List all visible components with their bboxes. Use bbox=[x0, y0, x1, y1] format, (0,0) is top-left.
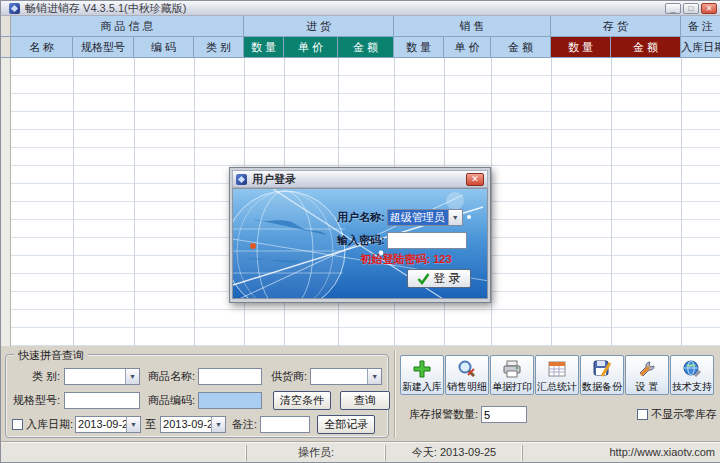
operator-status: 操作员: bbox=[247, 445, 386, 461]
close-button[interactable]: ✕ bbox=[701, 3, 717, 14]
tech-support-button[interactable]: 技术支持 bbox=[670, 355, 714, 395]
login-dialog-title: 用户登录 bbox=[252, 172, 296, 187]
app-icon bbox=[9, 3, 20, 14]
table-group-header: 商 品 信 息 进 货 销 售 存 货 备 注 bbox=[1, 16, 720, 37]
col-code[interactable]: 编 码 bbox=[134, 37, 194, 58]
toolbar: 新建入库 销售明细 单据打印 汇总统计 bbox=[400, 355, 714, 395]
group-remark[interactable]: 备 注 bbox=[681, 16, 720, 37]
col-sales-amount[interactable]: 金 额 bbox=[491, 37, 551, 58]
settings-button[interactable]: 设 置 bbox=[625, 355, 669, 395]
printer-icon bbox=[502, 357, 522, 381]
col-purchase-qty[interactable]: 数 量 bbox=[244, 37, 284, 58]
dialog-close-icon[interactable]: ✕ bbox=[466, 173, 484, 186]
password-row: 输入密码: bbox=[337, 232, 467, 249]
product-code-input[interactable] bbox=[198, 392, 262, 409]
wrench-icon bbox=[637, 357, 657, 381]
check-icon bbox=[417, 272, 430, 285]
row-selector-header bbox=[1, 16, 11, 37]
date-to-select[interactable]: 2013-09-25▼ bbox=[160, 416, 226, 433]
group-stock[interactable]: 存 货 bbox=[551, 16, 681, 37]
app-window: 畅销进销存 V4.3.5.1(中秋珍藏版) _ □ ✕ 商 品 信 息 进 货 … bbox=[0, 0, 720, 463]
login-dialog-body: 用户名称: 超级管理员 ▼ 输入密码: 初始登陆密码: 123 登 录 bbox=[232, 188, 488, 299]
product-name-label: 商品名称: bbox=[148, 369, 195, 384]
supplier-label: 供货商: bbox=[271, 369, 307, 384]
password-label: 输入密码: bbox=[337, 233, 385, 248]
col-stockin-date[interactable]: 入库日期 bbox=[681, 37, 720, 58]
query-button[interactable]: 查询 bbox=[340, 391, 390, 410]
minimize-button[interactable]: _ bbox=[665, 3, 681, 14]
chevron-down-icon[interactable]: ▼ bbox=[126, 417, 140, 432]
password-input[interactable] bbox=[387, 232, 467, 249]
login-button[interactable]: 登 录 bbox=[407, 269, 471, 288]
username-row: 用户名称: 超级管理员 ▼ bbox=[337, 209, 463, 226]
group-sales[interactable]: 销 售 bbox=[394, 16, 551, 37]
col-sales-price[interactable]: 单 价 bbox=[444, 37, 491, 58]
chevron-down-icon[interactable]: ▼ bbox=[125, 369, 139, 384]
product-code-label: 商品编码: bbox=[148, 393, 195, 408]
clear-conditions-button[interactable]: 清空条件 bbox=[273, 391, 331, 410]
group-product-info[interactable]: 商 品 信 息 bbox=[11, 16, 244, 37]
remark-label: 备注: bbox=[232, 417, 257, 432]
stock-alert-label: 库存报警数量: bbox=[409, 407, 478, 422]
col-spec[interactable]: 规格型号 bbox=[73, 37, 134, 58]
supplier-select[interactable]: ▼ bbox=[310, 368, 382, 385]
data-backup-button[interactable]: 数据备份 bbox=[580, 355, 624, 395]
hide-zero-stock-checkbox[interactable] bbox=[637, 409, 648, 420]
magnifier-icon bbox=[457, 357, 477, 381]
product-name-input[interactable] bbox=[198, 368, 262, 385]
col-category[interactable]: 类 别 bbox=[194, 37, 244, 58]
col-purchase-price[interactable]: 单 价 bbox=[284, 37, 338, 58]
stockin-date-label: 入库日期: bbox=[26, 417, 73, 432]
col-stock-amount[interactable]: 金 额 bbox=[611, 37, 681, 58]
all-records-button[interactable]: 全部记录 bbox=[317, 415, 375, 434]
chevron-down-icon[interactable]: ▼ bbox=[211, 417, 225, 432]
plus-icon bbox=[412, 357, 432, 381]
bottom-panel: 快速拼音查询 类 别: ▼ 商品名称: 供货商: ▼ 规格型号: 商品编码: 清… bbox=[1, 346, 720, 442]
stock-alert-row: 库存报警数量: 不显示零库存 bbox=[409, 406, 717, 423]
quick-query-groupbox: 快速拼音查询 类 别: ▼ 商品名称: 供货商: ▼ 规格型号: 商品编码: 清… bbox=[5, 354, 389, 438]
stockin-date-checkbox[interactable] bbox=[12, 419, 23, 430]
window-title: 畅销进销存 V4.3.5.1(中秋珍藏版) bbox=[25, 1, 186, 16]
row-selector-column bbox=[1, 58, 11, 346]
username-label: 用户名称: bbox=[337, 210, 385, 225]
stock-alert-input[interactable] bbox=[481, 406, 527, 423]
hide-zero-stock-label: 不显示零库存 bbox=[651, 407, 717, 422]
col-purchase-amount[interactable]: 金 额 bbox=[338, 37, 394, 58]
remark-input[interactable] bbox=[260, 416, 310, 433]
print-receipt-button[interactable]: 单据打印 bbox=[490, 355, 534, 395]
initial-password-hint: 初始登陆密码: 123 bbox=[233, 252, 488, 267]
table-column-header: 名 称 规格型号 编 码 类 别 数 量 单 价 金 额 数 量 单 价 金 额… bbox=[1, 37, 720, 58]
col-stock-qty[interactable]: 数 量 bbox=[551, 37, 611, 58]
spec-label: 规格型号: bbox=[12, 393, 60, 408]
date-from-select[interactable]: 2013-09-25▼ bbox=[75, 416, 141, 433]
sales-detail-button[interactable]: 销售明细 bbox=[445, 355, 489, 395]
col-name[interactable]: 名 称 bbox=[11, 37, 73, 58]
category-select[interactable]: ▼ bbox=[64, 368, 140, 385]
status-segment-empty bbox=[1, 445, 247, 461]
calendar-icon bbox=[547, 357, 567, 381]
globe-icon bbox=[682, 357, 702, 381]
login-dialog-titlebar: 用户登录 ✕ bbox=[232, 170, 488, 188]
login-dialog: 用户登录 ✕ bbox=[229, 167, 491, 303]
username-select[interactable]: 超级管理员 ▼ bbox=[387, 209, 463, 226]
status-bar: 操作员: 今天: 2013-09-25 http://www.xiaotv.co… bbox=[1, 442, 720, 462]
floppy-icon bbox=[592, 357, 612, 381]
panel-divider bbox=[394, 350, 396, 438]
to-label: 至 bbox=[145, 417, 156, 432]
maximize-button[interactable]: □ bbox=[683, 3, 699, 14]
spec-input[interactable] bbox=[64, 392, 140, 409]
chevron-down-icon[interactable]: ▼ bbox=[367, 369, 381, 384]
row-selector-header bbox=[1, 37, 11, 58]
quick-query-title: 快速拼音查询 bbox=[14, 348, 88, 363]
dialog-app-icon bbox=[236, 174, 247, 185]
new-stockin-button[interactable]: 新建入库 bbox=[400, 355, 444, 395]
website-link[interactable]: http://www.xiaotv.com bbox=[523, 445, 720, 461]
chevron-down-icon[interactable]: ▼ bbox=[448, 210, 462, 225]
username-value: 超级管理员 bbox=[388, 210, 448, 225]
today-status: 今天: 2013-09-25 bbox=[386, 445, 523, 461]
category-label: 类 别: bbox=[12, 369, 60, 384]
col-sales-qty[interactable]: 数 量 bbox=[394, 37, 444, 58]
title-bar: 畅销进销存 V4.3.5.1(中秋珍藏版) _ □ ✕ bbox=[1, 1, 720, 16]
summary-stats-button[interactable]: 汇总统计 bbox=[535, 355, 579, 395]
group-purchase[interactable]: 进 货 bbox=[244, 16, 394, 37]
